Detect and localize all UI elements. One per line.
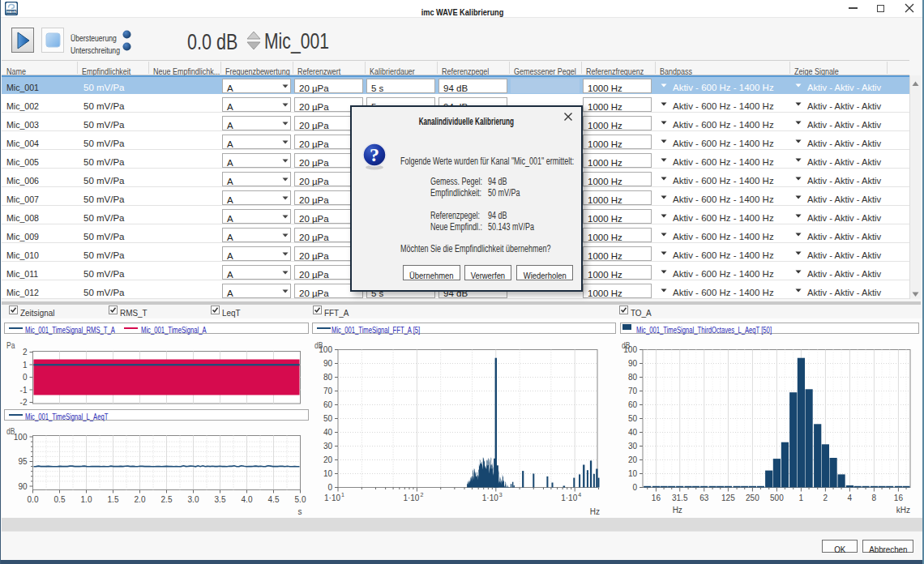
svg-text:?: ? bbox=[370, 144, 379, 165]
svg-text:16: 16 bbox=[652, 494, 661, 502]
svg-text:31.5: 31.5 bbox=[672, 494, 688, 502]
svg-text:500: 500 bbox=[770, 494, 784, 502]
svg-text:16: 16 bbox=[894, 494, 904, 502]
svg-text:Hz: Hz bbox=[673, 506, 682, 515]
svg-text:90: 90 bbox=[628, 359, 638, 368]
svg-text:40: 40 bbox=[628, 428, 638, 437]
svg-text:125: 125 bbox=[721, 494, 735, 502]
svg-text:80: 80 bbox=[628, 373, 638, 382]
svg-text:50: 50 bbox=[628, 414, 638, 423]
svg-text:100: 100 bbox=[623, 345, 637, 354]
svg-text:1: 1 bbox=[799, 494, 804, 502]
svg-text:70: 70 bbox=[628, 387, 638, 395]
svg-text:250: 250 bbox=[746, 494, 759, 502]
svg-text:30: 30 bbox=[628, 442, 638, 451]
svg-text:2: 2 bbox=[823, 494, 828, 502]
svg-text:63: 63 bbox=[699, 494, 709, 502]
svg-text:60: 60 bbox=[628, 400, 638, 409]
svg-text:0: 0 bbox=[632, 483, 637, 492]
svg-text:4: 4 bbox=[848, 494, 853, 502]
svg-text:20: 20 bbox=[628, 455, 638, 464]
svg-text:8: 8 bbox=[872, 494, 877, 502]
svg-text:10: 10 bbox=[628, 469, 638, 478]
svg-text:kHz: kHz bbox=[896, 506, 910, 515]
